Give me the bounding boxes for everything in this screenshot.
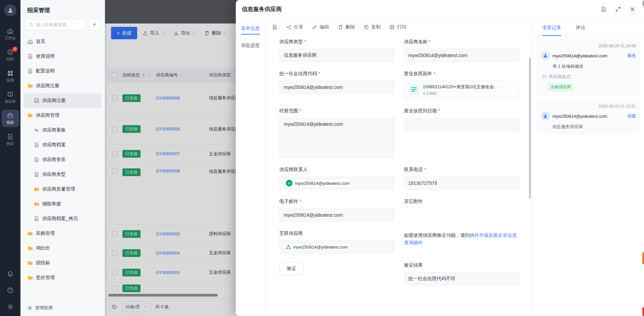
business-scope-textarea[interactable]: myw250814@yideatest.com bbox=[279, 118, 395, 158]
contact-input[interactable]: m myw250814@yideatest.com bbox=[279, 176, 395, 190]
close-icon[interactable] bbox=[630, 6, 635, 12]
modal-action-edit[interactable]: 编辑 bbox=[308, 24, 333, 30]
tab-change-log[interactable]: 变更记录 bbox=[542, 25, 561, 36]
history-timestamp: 2025-08-29 21:24:08 bbox=[541, 44, 636, 48]
rail-item-label: 应用 bbox=[7, 78, 14, 83]
history-user: myw250814@yideatest.com bbox=[552, 53, 625, 58]
form-detail-icon[interactable] bbox=[601, 6, 606, 12]
history-avatar bbox=[541, 51, 550, 60]
search-input[interactable] bbox=[36, 22, 83, 27]
form-scrollbar[interactable] bbox=[529, 58, 531, 199]
sidebar-item[interactable]: 采购管理 bbox=[24, 226, 101, 241]
sidebar-search[interactable] bbox=[25, 19, 86, 30]
tab-comments[interactable]: 评论 bbox=[576, 25, 585, 36]
scrollbar-thumb[interactable] bbox=[642, 1, 644, 6]
tab-approval-progress[interactable]: 审批进度 bbox=[241, 43, 260, 52]
modal-toolbar: 分享编辑删除复制打印 bbox=[265, 19, 533, 34]
rail-item-label: 待办 bbox=[7, 57, 14, 62]
rail-item-procurement[interactable]: 招采 bbox=[2, 110, 19, 127]
rail-item-knowledge[interactable]: 知识库 bbox=[2, 89, 19, 106]
modal-action-share[interactable]: 分享 bbox=[282, 24, 308, 30]
add-page-button[interactable]: + bbox=[89, 19, 100, 30]
user-avatar[interactable] bbox=[4, 4, 16, 16]
sidebar-item[interactable]: 辅助单据 bbox=[24, 197, 101, 211]
tab-basic-info[interactable]: 基本信息 bbox=[241, 25, 260, 35]
license-expiry-input[interactable] bbox=[404, 118, 520, 131]
license-file-card[interactable]: 1008521140120+黄亚聪2论文修改会... 4.14MB bbox=[404, 81, 520, 99]
sidebar-item[interactable]: 供应商看板 bbox=[24, 123, 101, 138]
contact-label: 供应商联系人 bbox=[279, 167, 395, 173]
sidebar: 招采管理 + 首页使用说明配置说明供应商注册供应商注册供应商管理供应商看板供应商… bbox=[20, 0, 105, 316]
rail-item-label: 工作台 bbox=[5, 36, 16, 41]
workbench-icon bbox=[7, 28, 13, 34]
sidebar-item[interactable]: 供应商注册 bbox=[24, 78, 101, 93]
email-input[interactable]: myw250814@yideatest.com bbox=[279, 208, 395, 222]
phone-input[interactable]: 15130727579 bbox=[404, 176, 520, 190]
sidebar-item-label: 招投标 bbox=[36, 260, 50, 266]
sidebar-item[interactable]: 供应商类型 bbox=[24, 167, 101, 182]
export-doc-icon[interactable] bbox=[272, 24, 277, 30]
settings-gear-icon[interactable] bbox=[7, 304, 13, 310]
folder-icon bbox=[28, 246, 33, 251]
linked-supplier-chip[interactable]: myw250814@yideatest.com bbox=[284, 243, 352, 251]
supplier-name-input[interactable]: myw250814@yideatest.com bbox=[404, 49, 520, 62]
sidebar-item-label: 供应商看板 bbox=[42, 127, 66, 133]
modal-action-copy[interactable]: 复制 bbox=[359, 24, 385, 30]
linked-supplier-input[interactable]: myw250814@yideatest.com bbox=[279, 240, 395, 254]
verify-button[interactable]: 验证 bbox=[279, 262, 304, 275]
business-scope-label: 经营范围 bbox=[279, 108, 395, 114]
sidebar-item-label: 竞价管理 bbox=[36, 275, 55, 281]
sidebar-item-label: 供应商资质 bbox=[42, 157, 66, 163]
rail-items: 工作台待办7应用知识库招采协议 bbox=[2, 25, 19, 152]
rail-item-agreement[interactable]: 协议 bbox=[2, 131, 19, 148]
sidebar-item[interactable]: 竞价管理 bbox=[24, 270, 101, 285]
contact-chip[interactable]: m myw250814@yideatest.com bbox=[284, 178, 353, 188]
folder-icon bbox=[28, 260, 33, 266]
folder-icon bbox=[34, 201, 39, 207]
procurement-icon bbox=[7, 112, 13, 119]
sidebar-menu: 首页使用说明配置说明供应商注册供应商注册供应商管理供应商看板供应商档案供应商资质… bbox=[20, 34, 105, 300]
history-avatar bbox=[541, 112, 550, 120]
rail-item-todo[interactable]: 待办7 bbox=[2, 46, 19, 64]
sidebar-item[interactable]: 首页 bbox=[24, 34, 101, 49]
history-action: 修改 bbox=[627, 53, 636, 59]
scrollbar-mark-red bbox=[642, 307, 644, 316]
page-scrollbar[interactable] bbox=[642, 0, 644, 316]
help-icon[interactable]: ? bbox=[7, 287, 13, 294]
sidebar-item-label: 供应商注册 bbox=[36, 83, 59, 89]
sidebar-item[interactable]: 供应商资质 bbox=[24, 152, 101, 167]
credit-code-input[interactable]: myw250814@yideatest.com bbox=[279, 81, 395, 94]
sidebar-item[interactable]: 询比价 bbox=[24, 241, 101, 256]
fullscreen-icon[interactable] bbox=[615, 6, 621, 12]
sidebar-item-label: 使用说明 bbox=[36, 53, 55, 59]
search-icon bbox=[29, 22, 34, 28]
supplier-type-input[interactable]: 信息服务供应商 bbox=[279, 49, 395, 62]
verify-result-input[interactable]: 统一社会信用代码不符 bbox=[404, 272, 520, 285]
history-action: 创建 bbox=[627, 113, 636, 119]
history-panel: 变更记录 评论 2025-08-29 21:24:08myw250814@yid… bbox=[533, 19, 644, 316]
rail-item-label: 招采 bbox=[7, 120, 14, 125]
sidebar-item[interactable]: 供应商管理 bbox=[24, 108, 101, 123]
sidebar-item[interactable]: 使用说明 bbox=[24, 49, 101, 64]
manage-app-label: 管理应用 bbox=[35, 305, 53, 311]
sidebar-item-label: 供应商类型 bbox=[42, 171, 66, 177]
sidebar-item[interactable]: 配置说明 bbox=[24, 64, 101, 78]
sidebar-item[interactable]: 供应商档案_拷贝 bbox=[24, 211, 101, 226]
rail-item-workbench[interactable]: 工作台 bbox=[2, 25, 19, 43]
sidebar-item[interactable]: 供应商档案 bbox=[24, 138, 101, 152]
manage-app-button[interactable]: 管理应用 bbox=[20, 300, 105, 316]
trash-icon bbox=[338, 24, 343, 30]
rail-item-apps[interactable]: 应用 bbox=[2, 67, 19, 85]
bell-icon[interactable] bbox=[7, 271, 13, 277]
sidebar-item[interactable]: 招投标 bbox=[24, 256, 101, 270]
supplier-detail-drawer: 信息服务供应商 基本信息 审批进度 分享编辑删除复制打印 供应商类型 信息服务供… bbox=[236, 0, 644, 316]
modal-action-trash[interactable]: 删除 bbox=[333, 24, 359, 30]
modal-toolbar-actions: 分享编辑删除复制打印 bbox=[282, 24, 411, 30]
sidebar-item[interactable]: 供应商注册 bbox=[24, 93, 101, 108]
sidebar-item[interactable]: 供应商质量管理 bbox=[24, 182, 101, 197]
drawer-title: 信息服务供应商 bbox=[242, 5, 282, 13]
history-entry: 2025-08-29 21:24:08myw250814@yideatest.c… bbox=[537, 40, 640, 96]
sidebar-item-label: 采购管理 bbox=[36, 230, 55, 236]
modal-action-label: 删除 bbox=[345, 24, 355, 30]
modal-action-print[interactable]: 打印 bbox=[385, 24, 411, 30]
